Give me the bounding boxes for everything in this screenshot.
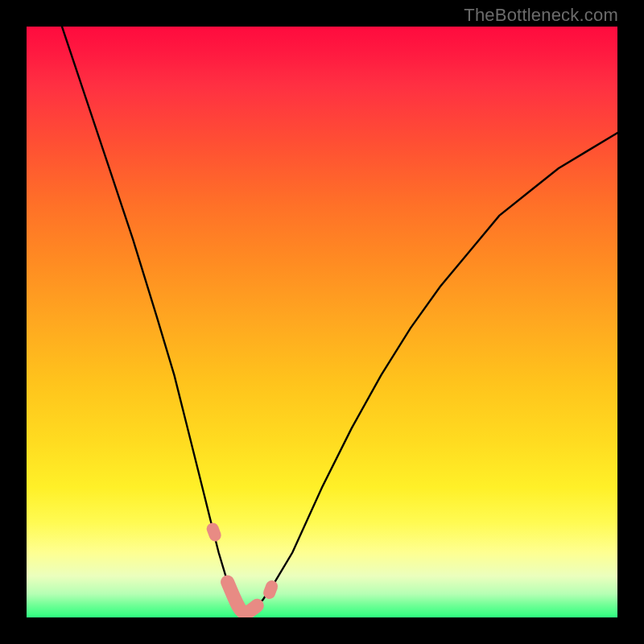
right-tick-marker [270, 587, 272, 593]
flat-segment-marker [228, 582, 258, 613]
chart-frame: TheBottleneck.com [0, 0, 644, 644]
curve-layer [27, 27, 617, 617]
watermark-text: TheBottleneck.com [464, 5, 618, 26]
plot-area [27, 27, 617, 617]
left-tick-marker [213, 529, 215, 535]
bottleneck-curve [62, 27, 617, 614]
